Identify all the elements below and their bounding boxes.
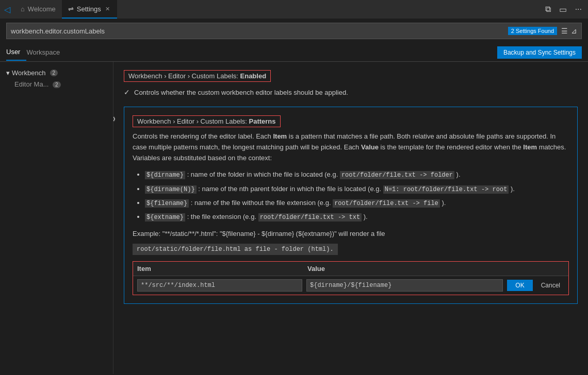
settings-sidebar: ▾ Workbench 2 Editor Ma... 2: [0, 62, 113, 374]
editor-ma-count-badge: 2: [53, 81, 61, 88]
table-col-item: Item: [137, 265, 307, 272]
desc-p1: Controls the rendering of the editor lab…: [133, 132, 273, 140]
patterns-description: Controls the rendering of the editor lab…: [133, 131, 569, 163]
setting-title-row-enabled: Workbench › Editor › Custom Labels: Enab…: [124, 70, 578, 82]
list-item: ${extname} : the file extension (e.g. ro…: [145, 212, 569, 223]
desc-p3: is the template for the rendered editor …: [379, 143, 523, 151]
list-item: ${filename} : name of the file without t…: [145, 198, 569, 209]
bullet-list: ${dirname} : name of the folder in which…: [145, 169, 569, 223]
search-bar: 2 Settings Found ☰ ⊿: [6, 23, 582, 39]
code-dirname-n: ${dirname(N)}: [145, 185, 197, 194]
sidebar-section-workbench[interactable]: ▾ Workbench 2: [0, 67, 113, 79]
tab-settings[interactable]: ⇌ Settings ✕: [62, 0, 117, 19]
table-row: OK Cancel: [133, 276, 568, 295]
ok-button[interactable]: OK: [507, 280, 532, 291]
chevron-down-icon: ▾: [6, 69, 10, 77]
code-extname-example: root/folder/file.txt -> txt: [258, 213, 362, 221]
desc-b3: Item: [523, 143, 537, 151]
setting-title-box-enabled: Workbench › Editor › Custom Labels: Enab…: [124, 70, 271, 82]
more-actions-icon[interactable]: ···: [573, 3, 584, 16]
setting-checkbox-row: ✓ Controls whether the custom workbench …: [124, 86, 578, 98]
main-content: ▾ Workbench 2 Editor Ma... 2 Workbench ›…: [0, 62, 588, 374]
setting-description-1: Controls whether the custom workbench ed…: [134, 89, 348, 96]
list-item: ${dirname(N)} : name of the nth parent f…: [145, 184, 569, 195]
sidebar-editor-ma-label: Editor Ma...: [14, 80, 48, 88]
search-results-badge: 2 Settings Found: [508, 27, 557, 35]
code-dirname: ${dirname}: [145, 171, 185, 179]
desc-b2: Value: [361, 143, 379, 151]
content-area: Workbench › Editor › Custom Labels: Enab…: [113, 62, 588, 374]
checkbox-icon[interactable]: ✓: [124, 88, 130, 96]
setting-title-prefix-1: Workbench › Editor › Custom Labels:: [128, 72, 240, 80]
patterns-table: Item Value OK Cancel: [133, 261, 569, 295]
gear-icon[interactable]: ⚙: [113, 115, 116, 123]
sidebar-item-editor-ma[interactable]: Editor Ma... 2: [0, 79, 113, 90]
code-filename: ${filename}: [145, 199, 189, 208]
table-col-value: Value: [307, 265, 325, 272]
setting-title-box-patterns: Workbench › Editor › Custom Labels: Patt…: [133, 115, 281, 127]
code-dirname-example: root/folder/file.txt -> folder: [340, 171, 454, 179]
welcome-tab-label: Welcome: [28, 5, 56, 13]
sidebar-section-title: ▾ Workbench 2: [6, 69, 107, 77]
filter-settings-icon[interactable]: ☰: [561, 27, 568, 35]
settings-tab-icon: ⇌: [68, 5, 74, 13]
code-filename-example: root/folder/file.txt -> file: [333, 199, 440, 208]
vscode-logo-icon: ◁: [4, 5, 10, 14]
search-icons: ☰ ⊿: [561, 27, 577, 35]
filter-icon[interactable]: ⊿: [571, 27, 577, 35]
sidebar-workbench-label: Workbench: [12, 69, 46, 77]
workbench-count-badge: 2: [50, 70, 58, 76]
settings-tab-label: Settings: [77, 5, 101, 13]
desc-b1: Item: [273, 132, 287, 140]
setting-item-patterns: Workbench › Editor › Custom Labels: Patt…: [124, 107, 578, 304]
code-extname: ${extname}: [145, 213, 185, 221]
setting-title-prefix-2: Workbench › Editor › Custom Labels:: [137, 117, 249, 125]
cancel-button[interactable]: Cancel: [537, 280, 564, 291]
title-bar: ◁ ⌂ Welcome ⇌ Settings ✕ ⧉ ▭ ···: [0, 0, 588, 19]
setting-item-enabled: Workbench › Editor › Custom Labels: Enab…: [124, 70, 578, 98]
tab-workspace[interactable]: Workspace: [26, 44, 66, 60]
code-dirname-n-example: N=1: root/folder/file.txt -> root: [383, 185, 509, 194]
example-text: Example: "**/static/**/*.html": "${filen…: [133, 229, 569, 240]
list-item: ${dirname} : name of the folder in which…: [145, 169, 569, 180]
title-bar-actions: ⧉ ▭ ···: [543, 3, 584, 16]
example-code: root/static/folder/file.html as file - f…: [133, 244, 338, 255]
welcome-tab-icon: ⌂: [21, 5, 25, 13]
setting-title-row-patterns: Workbench › Editor › Custom Labels: Patt…: [133, 115, 569, 127]
table-item-input[interactable]: [137, 279, 302, 292]
setting-title-bold-1: Enabled: [240, 72, 267, 80]
table-header: Item Value: [133, 262, 568, 276]
search-input[interactable]: [11, 27, 508, 35]
toggle-sidebar-icon[interactable]: ▭: [557, 3, 569, 16]
settings-tabs-row: User Workspace Backup and Sync Settings: [0, 43, 588, 62]
setting-item-patterns-wrapper: ⚙ Workbench › Editor › Custom Labels: Pa…: [124, 107, 578, 304]
tab-user[interactable]: User: [6, 44, 26, 61]
setting-title-bold-2: Patterns: [249, 117, 276, 125]
sync-settings-button[interactable]: Backup and Sync Settings: [497, 46, 582, 59]
tab-close-icon[interactable]: ✕: [104, 5, 111, 13]
split-editor-icon[interactable]: ⧉: [543, 3, 553, 16]
tab-welcome[interactable]: ⌂ Welcome: [14, 0, 62, 19]
table-value-input[interactable]: [306, 279, 503, 292]
